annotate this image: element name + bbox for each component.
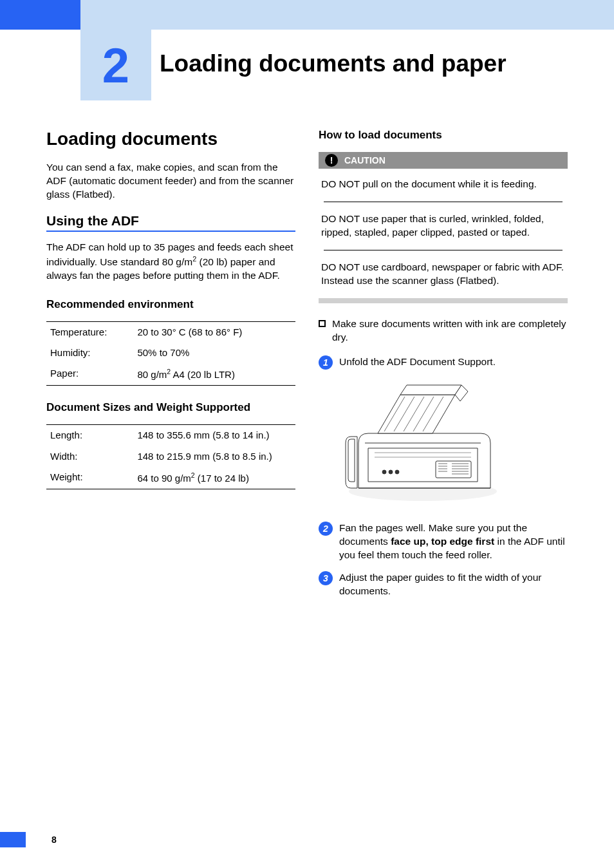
right-column: How to load documents ! CAUTION DO NOT p… — [319, 129, 568, 607]
table-row: Humidity: 50% to 70% — [46, 343, 295, 363]
heading-how-to-load: How to load documents — [319, 129, 568, 142]
step-number-badge: 1 — [319, 355, 333, 370]
table-sizes: Length: 148 to 355.6 mm (5.8 to 14 in.) … — [46, 424, 295, 489]
step-text: Adjust the paper guides to fit the width… — [339, 571, 568, 598]
caution-label: CAUTION — [344, 155, 386, 165]
cell-width-value: 148 to 215.9 mm (5.8 to 8.5 in.) — [133, 446, 295, 467]
cell-paper-label: Paper: — [46, 363, 133, 386]
content: Loading documents You can send a fax, ma… — [46, 129, 568, 607]
step-number-badge: 2 — [319, 522, 333, 536]
caution-box: ! CAUTION DO NOT pull on the document wh… — [319, 152, 568, 303]
cell-length-value: 148 to 355.6 mm (5.8 to 14 in.) — [133, 425, 295, 446]
heading-using-adf: Using the ADF — [46, 213, 295, 229]
cell-humidity-value: 50% to 70% — [133, 343, 295, 363]
caution-footer-bar — [319, 298, 568, 303]
chapter-title: Loading documents and paper — [160, 50, 507, 77]
cell-temp-label: Temperature: — [46, 321, 133, 343]
table-row: Temperature: 20 to 30° C (68 to 86° F) — [46, 321, 295, 343]
adf-description: The ADF can hold up to 35 pages and feed… — [46, 241, 295, 283]
page-footer-accent — [0, 832, 26, 847]
printer-illustration — [339, 379, 507, 507]
table-row: Width: 148 to 215.9 mm (5.8 to 8.5 in.) — [46, 446, 295, 467]
cell-width-label: Width: — [46, 446, 133, 467]
heading-doc-sizes: Document Sizes and Weight Supported — [46, 401, 295, 414]
svg-point-3 — [395, 470, 399, 474]
caution-separator — [324, 250, 563, 250]
step-number-badge: 3 — [319, 571, 333, 585]
chapter-number-box: 2 — [80, 30, 151, 100]
cell-length-label: Length: — [46, 425, 133, 446]
caution-header: ! CAUTION — [319, 152, 568, 169]
left-column: Loading documents You can send a fax, ma… — [46, 129, 295, 607]
step-text: Fan the pages well. Make sure you put th… — [339, 522, 568, 562]
step-1: 1 Unfold the ADF Document Support. — [319, 355, 568, 370]
bullet-text: Make sure documents written with ink are… — [332, 317, 568, 344]
svg-point-1 — [382, 470, 386, 474]
caution-text-1: DO NOT pull on the document while it is … — [321, 178, 565, 191]
page-number: 8 — [51, 835, 57, 845]
chapter-number: 2 — [102, 37, 129, 93]
paper-val-pre: 80 g/m — [137, 369, 167, 380]
table-row: Length: 148 to 355.6 mm (5.8 to 14 in.) — [46, 425, 295, 446]
cell-temp-value: 20 to 30° C (68 to 86° F) — [133, 321, 295, 343]
caution-text-2: DO NOT use paper that is curled, wrinkle… — [321, 212, 565, 240]
heading-recommended-environment: Recommended environment — [46, 298, 295, 311]
table-row: Weight: 64 to 90 g/m2 (17 to 24 lb) — [46, 467, 295, 489]
step-3: 3 Adjust the paper guides to fit the wid… — [319, 571, 568, 598]
cell-weight-value: 64 to 90 g/m2 (17 to 24 lb) — [133, 467, 295, 489]
table-environment: Temperature: 20 to 30° C (68 to 86° F) H… — [46, 321, 295, 386]
table-row: Paper: 80 g/m2 A4 (20 lb LTR) — [46, 363, 295, 386]
heading-loading-documents: Loading documents — [46, 129, 295, 149]
weight-val-post: (17 to 24 lb) — [195, 473, 249, 484]
heading-underline — [46, 231, 295, 232]
cell-humidity-label: Humidity: — [46, 343, 133, 363]
square-bullet-icon — [319, 320, 326, 327]
step-text: Unfold the ADF Document Support. — [339, 355, 496, 369]
bullet-item: Make sure documents written with ink are… — [319, 317, 568, 344]
top-banner — [0, 0, 614, 30]
step2-bold: face up, top edge first — [391, 536, 494, 547]
cell-weight-label: Weight: — [46, 467, 133, 489]
cell-paper-value: 80 g/m2 A4 (20 lb LTR) — [133, 363, 295, 386]
weight-val-pre: 64 to 90 g/m — [137, 473, 191, 484]
caution-body: DO NOT pull on the document while it is … — [319, 169, 568, 288]
step-2: 2 Fan the pages well. Make sure you put … — [319, 522, 568, 562]
svg-point-2 — [389, 470, 393, 474]
intro-text: You can send a fax, make copies, and sca… — [46, 161, 295, 202]
caution-icon: ! — [325, 154, 338, 167]
caution-separator — [324, 202, 563, 202]
paper-val-post: A4 (20 lb LTR) — [171, 369, 235, 380]
caution-text-3: DO NOT use cardboard, newspaper or fabri… — [321, 261, 565, 288]
